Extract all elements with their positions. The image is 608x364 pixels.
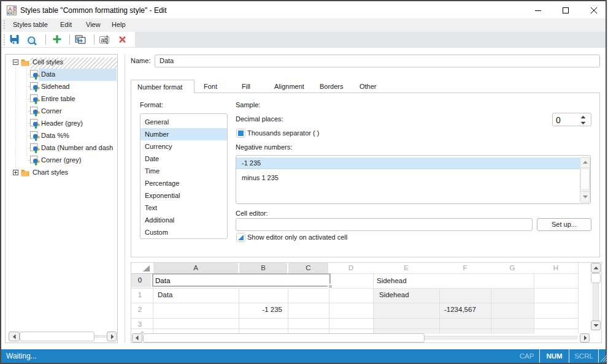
svg-text:A: A bbox=[8, 6, 12, 12]
